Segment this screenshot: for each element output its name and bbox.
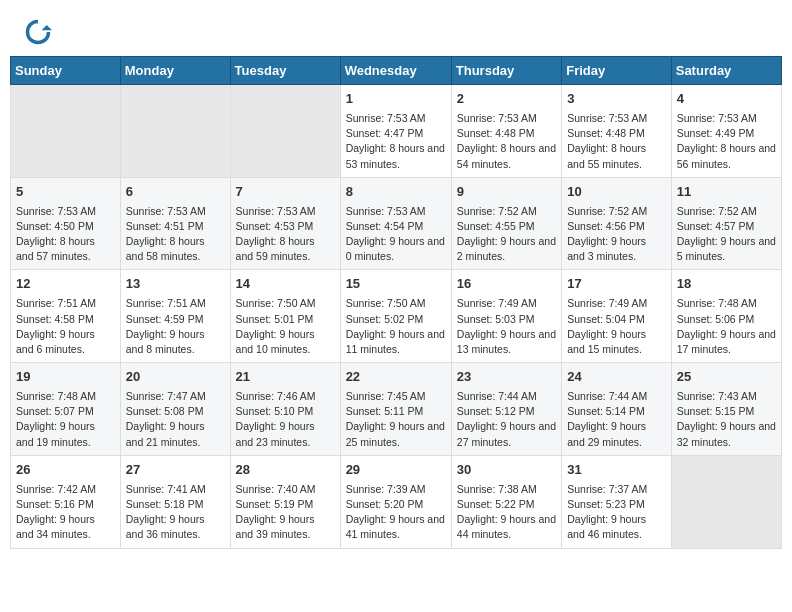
calendar-cell: 13Sunrise: 7:51 AM Sunset: 4:59 PM Dayli… <box>120 270 230 363</box>
calendar-cell: 23Sunrise: 7:44 AM Sunset: 5:12 PM Dayli… <box>451 363 561 456</box>
calendar-cell: 21Sunrise: 7:46 AM Sunset: 5:10 PM Dayli… <box>230 363 340 456</box>
calendar-cell: 3Sunrise: 7:53 AM Sunset: 4:48 PM Daylig… <box>562 85 672 178</box>
day-info: Sunrise: 7:48 AM Sunset: 5:07 PM Dayligh… <box>16 389 115 450</box>
calendar-cell: 19Sunrise: 7:48 AM Sunset: 5:07 PM Dayli… <box>11 363 121 456</box>
day-number: 25 <box>677 368 776 387</box>
day-info: Sunrise: 7:52 AM Sunset: 4:56 PM Dayligh… <box>567 204 666 265</box>
day-number: 19 <box>16 368 115 387</box>
calendar-cell: 6Sunrise: 7:53 AM Sunset: 4:51 PM Daylig… <box>120 177 230 270</box>
day-number: 1 <box>346 90 446 109</box>
svg-marker-0 <box>42 25 53 30</box>
day-info: Sunrise: 7:53 AM Sunset: 4:49 PM Dayligh… <box>677 111 776 172</box>
day-number: 28 <box>236 461 335 480</box>
day-info: Sunrise: 7:49 AM Sunset: 5:04 PM Dayligh… <box>567 296 666 357</box>
day-info: Sunrise: 7:53 AM Sunset: 4:50 PM Dayligh… <box>16 204 115 265</box>
week-row-1: 1Sunrise: 7:53 AM Sunset: 4:47 PM Daylig… <box>11 85 782 178</box>
day-number: 21 <box>236 368 335 387</box>
day-info: Sunrise: 7:53 AM Sunset: 4:48 PM Dayligh… <box>567 111 666 172</box>
day-number: 8 <box>346 183 446 202</box>
day-number: 24 <box>567 368 666 387</box>
day-number: 13 <box>126 275 225 294</box>
calendar-cell: 8Sunrise: 7:53 AM Sunset: 4:54 PM Daylig… <box>340 177 451 270</box>
calendar-cell: 26Sunrise: 7:42 AM Sunset: 5:16 PM Dayli… <box>11 455 121 548</box>
calendar-wrapper: SundayMondayTuesdayWednesdayThursdayFrid… <box>0 56 792 559</box>
week-row-2: 5Sunrise: 7:53 AM Sunset: 4:50 PM Daylig… <box>11 177 782 270</box>
day-number: 30 <box>457 461 556 480</box>
calendar-cell: 12Sunrise: 7:51 AM Sunset: 4:58 PM Dayli… <box>11 270 121 363</box>
calendar-cell: 30Sunrise: 7:38 AM Sunset: 5:22 PM Dayli… <box>451 455 561 548</box>
day-info: Sunrise: 7:50 AM Sunset: 5:02 PM Dayligh… <box>346 296 446 357</box>
day-number: 9 <box>457 183 556 202</box>
calendar-cell: 1Sunrise: 7:53 AM Sunset: 4:47 PM Daylig… <box>340 85 451 178</box>
calendar-cell: 25Sunrise: 7:43 AM Sunset: 5:15 PM Dayli… <box>671 363 781 456</box>
day-info: Sunrise: 7:39 AM Sunset: 5:20 PM Dayligh… <box>346 482 446 543</box>
day-info: Sunrise: 7:40 AM Sunset: 5:19 PM Dayligh… <box>236 482 335 543</box>
calendar-cell: 10Sunrise: 7:52 AM Sunset: 4:56 PM Dayli… <box>562 177 672 270</box>
week-row-3: 12Sunrise: 7:51 AM Sunset: 4:58 PM Dayli… <box>11 270 782 363</box>
day-number: 26 <box>16 461 115 480</box>
day-info: Sunrise: 7:53 AM Sunset: 4:53 PM Dayligh… <box>236 204 335 265</box>
calendar-cell: 16Sunrise: 7:49 AM Sunset: 5:03 PM Dayli… <box>451 270 561 363</box>
calendar-cell: 18Sunrise: 7:48 AM Sunset: 5:06 PM Dayli… <box>671 270 781 363</box>
calendar-cell <box>671 455 781 548</box>
day-number: 11 <box>677 183 776 202</box>
day-number: 3 <box>567 90 666 109</box>
page-header <box>0 0 792 56</box>
day-number: 18 <box>677 275 776 294</box>
weekday-header-monday: Monday <box>120 57 230 85</box>
calendar-cell: 5Sunrise: 7:53 AM Sunset: 4:50 PM Daylig… <box>11 177 121 270</box>
calendar-cell: 11Sunrise: 7:52 AM Sunset: 4:57 PM Dayli… <box>671 177 781 270</box>
day-number: 10 <box>567 183 666 202</box>
day-info: Sunrise: 7:44 AM Sunset: 5:12 PM Dayligh… <box>457 389 556 450</box>
weekday-header-wednesday: Wednesday <box>340 57 451 85</box>
weekday-header-tuesday: Tuesday <box>230 57 340 85</box>
day-info: Sunrise: 7:46 AM Sunset: 5:10 PM Dayligh… <box>236 389 335 450</box>
logo-icon <box>24 18 52 46</box>
calendar-cell: 31Sunrise: 7:37 AM Sunset: 5:23 PM Dayli… <box>562 455 672 548</box>
weekday-header-saturday: Saturday <box>671 57 781 85</box>
calendar-cell: 27Sunrise: 7:41 AM Sunset: 5:18 PM Dayli… <box>120 455 230 548</box>
day-info: Sunrise: 7:50 AM Sunset: 5:01 PM Dayligh… <box>236 296 335 357</box>
calendar-cell: 20Sunrise: 7:47 AM Sunset: 5:08 PM Dayli… <box>120 363 230 456</box>
calendar-cell: 29Sunrise: 7:39 AM Sunset: 5:20 PM Dayli… <box>340 455 451 548</box>
day-info: Sunrise: 7:53 AM Sunset: 4:51 PM Dayligh… <box>126 204 225 265</box>
calendar-cell: 24Sunrise: 7:44 AM Sunset: 5:14 PM Dayli… <box>562 363 672 456</box>
day-info: Sunrise: 7:52 AM Sunset: 4:55 PM Dayligh… <box>457 204 556 265</box>
calendar-cell <box>120 85 230 178</box>
day-info: Sunrise: 7:53 AM Sunset: 4:47 PM Dayligh… <box>346 111 446 172</box>
week-row-4: 19Sunrise: 7:48 AM Sunset: 5:07 PM Dayli… <box>11 363 782 456</box>
day-number: 12 <box>16 275 115 294</box>
logo <box>24 18 56 46</box>
weekday-header-thursday: Thursday <box>451 57 561 85</box>
day-info: Sunrise: 7:44 AM Sunset: 5:14 PM Dayligh… <box>567 389 666 450</box>
calendar-cell: 28Sunrise: 7:40 AM Sunset: 5:19 PM Dayli… <box>230 455 340 548</box>
calendar-cell: 17Sunrise: 7:49 AM Sunset: 5:04 PM Dayli… <box>562 270 672 363</box>
day-number: 17 <box>567 275 666 294</box>
day-number: 16 <box>457 275 556 294</box>
weekday-header-row: SundayMondayTuesdayWednesdayThursdayFrid… <box>11 57 782 85</box>
day-info: Sunrise: 7:37 AM Sunset: 5:23 PM Dayligh… <box>567 482 666 543</box>
day-info: Sunrise: 7:48 AM Sunset: 5:06 PM Dayligh… <box>677 296 776 357</box>
day-number: 27 <box>126 461 225 480</box>
day-info: Sunrise: 7:53 AM Sunset: 4:48 PM Dayligh… <box>457 111 556 172</box>
day-number: 15 <box>346 275 446 294</box>
calendar-cell: 2Sunrise: 7:53 AM Sunset: 4:48 PM Daylig… <box>451 85 561 178</box>
calendar-cell: 7Sunrise: 7:53 AM Sunset: 4:53 PM Daylig… <box>230 177 340 270</box>
day-info: Sunrise: 7:43 AM Sunset: 5:15 PM Dayligh… <box>677 389 776 450</box>
calendar-table: SundayMondayTuesdayWednesdayThursdayFrid… <box>10 56 782 549</box>
day-info: Sunrise: 7:45 AM Sunset: 5:11 PM Dayligh… <box>346 389 446 450</box>
day-number: 6 <box>126 183 225 202</box>
calendar-cell <box>11 85 121 178</box>
calendar-cell <box>230 85 340 178</box>
day-number: 20 <box>126 368 225 387</box>
day-number: 31 <box>567 461 666 480</box>
day-info: Sunrise: 7:49 AM Sunset: 5:03 PM Dayligh… <box>457 296 556 357</box>
calendar-cell: 9Sunrise: 7:52 AM Sunset: 4:55 PM Daylig… <box>451 177 561 270</box>
calendar-cell: 15Sunrise: 7:50 AM Sunset: 5:02 PM Dayli… <box>340 270 451 363</box>
day-info: Sunrise: 7:41 AM Sunset: 5:18 PM Dayligh… <box>126 482 225 543</box>
day-number: 5 <box>16 183 115 202</box>
day-number: 23 <box>457 368 556 387</box>
calendar-cell: 4Sunrise: 7:53 AM Sunset: 4:49 PM Daylig… <box>671 85 781 178</box>
weekday-header-friday: Friday <box>562 57 672 85</box>
day-info: Sunrise: 7:51 AM Sunset: 4:59 PM Dayligh… <box>126 296 225 357</box>
